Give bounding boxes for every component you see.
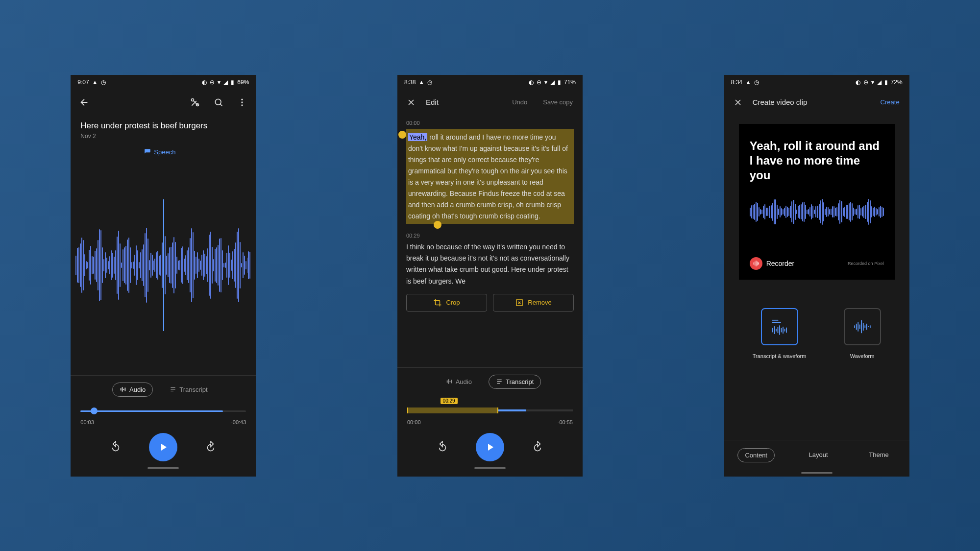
svg-rect-29: [774, 326, 775, 334]
play-button[interactable]: [149, 433, 177, 461]
tab-audio[interactable]: Audio: [439, 375, 479, 388]
option-transcript-waveform[interactable]: Transcript & waveform: [753, 308, 807, 420]
playhead[interactable]: [163, 199, 164, 331]
tab-transcript[interactable]: Transcript: [489, 375, 541, 389]
timestamp-1: 00:00: [406, 120, 574, 126]
timer-icon: ◷: [427, 79, 432, 86]
time-current: 00:03: [80, 419, 94, 425]
screen-title: Create video clip: [753, 98, 808, 106]
tab-theme[interactable]: Theme: [862, 448, 895, 462]
playback-panel: Audio Transcript 00:29 00:00 -00:55: [397, 367, 583, 477]
svg-rect-8: [123, 389, 124, 390]
tab-audio[interactable]: Audio: [112, 383, 153, 397]
nav-pill[interactable]: [474, 467, 506, 469]
forward-button[interactable]: [202, 438, 220, 456]
svg-rect-42: [862, 323, 863, 331]
svg-point-3: [242, 98, 243, 100]
status-bar: 8:34 ▲ ◷ ◐ ⊖ ▾ ◢ ▮ 72%: [724, 75, 909, 90]
svg-rect-43: [864, 325, 865, 328]
battery-pct: 71%: [564, 79, 576, 86]
svg-rect-15: [448, 379, 449, 383]
app-bar: Edit Undo Save copy: [397, 90, 583, 115]
svg-point-4: [242, 101, 243, 103]
dnd-icon: ◐: [856, 79, 860, 86]
svg-rect-6: [121, 388, 122, 391]
recording-header: Here under protest is beef burgers Nov 2: [71, 115, 256, 144]
search-button[interactable]: [210, 94, 227, 111]
back-button[interactable]: [75, 94, 93, 111]
close-button[interactable]: [729, 94, 747, 111]
nav-pill[interactable]: [147, 467, 179, 469]
dnd2-icon: ⊖: [210, 79, 215, 86]
svg-rect-41: [861, 320, 862, 333]
svg-rect-17: [451, 380, 452, 383]
dnd-icon: ◐: [202, 79, 207, 86]
timeline[interactable]: 00:29: [407, 399, 573, 416]
warning-icon: ▲: [92, 79, 98, 86]
footnote: Recorded on Pixel: [848, 261, 884, 266]
svg-rect-25: [758, 262, 759, 264]
option-waveform[interactable]: Waveform: [844, 308, 881, 420]
recorder-badge: Recorder: [750, 257, 795, 270]
waveform-area[interactable]: [71, 156, 256, 375]
dnd2-icon: ⊖: [537, 79, 541, 86]
time-remaining: -00:43: [231, 419, 246, 425]
status-bar: 8:38 ▲ ◷ ◐ ⊖ ▾ ◢ ▮ 71%: [397, 75, 583, 90]
tab-content[interactable]: Content: [737, 448, 775, 462]
signal-icon: ◢: [877, 79, 882, 86]
remove-button[interactable]: Remove: [493, 294, 574, 311]
time-current: 00:00: [407, 419, 421, 425]
clip-preview: Yeah, roll it around and I have no more …: [739, 124, 895, 280]
svg-rect-36: [786, 327, 787, 333]
warning-icon: ▲: [418, 79, 424, 86]
rewind-button[interactable]: [434, 438, 451, 456]
clip-waveform: [750, 197, 884, 227]
selection-range[interactable]: [407, 407, 498, 413]
close-button[interactable]: [402, 94, 420, 111]
playback-panel: Audio Transcript 00:03 -00:43: [71, 375, 256, 477]
selection-handle-start[interactable]: [398, 131, 406, 139]
selection-handle-end[interactable]: [434, 221, 441, 229]
wifi-icon: ▾: [544, 79, 547, 86]
create-button[interactable]: Create: [876, 96, 905, 109]
progress-bar[interactable]: [80, 407, 246, 416]
play-button[interactable]: [476, 433, 504, 461]
save-copy-button[interactable]: Save copy: [538, 96, 578, 109]
crop-button[interactable]: Crop: [406, 294, 487, 311]
screen-title: Edit: [426, 98, 439, 106]
paragraph-2[interactable]: I think no because of the way it's writt…: [406, 241, 574, 287]
svg-point-2: [216, 99, 221, 105]
battery-pct: 69%: [237, 79, 249, 86]
app-bar: [71, 90, 256, 115]
battery-icon: ▮: [558, 79, 561, 86]
phone-playback: 9:07 ▲ ◷ ◐ ⊖ ▾ ◢ ▮ 69% Here under protes…: [71, 75, 256, 477]
forward-button[interactable]: [529, 438, 546, 456]
nav-pill[interactable]: [801, 472, 833, 474]
svg-point-0: [192, 98, 194, 101]
crop-button[interactable]: [186, 94, 204, 111]
timer-icon: ◷: [101, 79, 106, 86]
transcript-body[interactable]: 00:00 Yeah, roll it around and I have no…: [397, 115, 583, 367]
svg-rect-24: [757, 261, 757, 265]
rewind-button[interactable]: [107, 438, 124, 456]
battery-icon: ▮: [231, 79, 234, 86]
speech-tag: Speech: [71, 144, 256, 156]
selection-time-badge: 00:29: [441, 398, 458, 404]
menu-button[interactable]: [233, 94, 251, 111]
svg-rect-39: [858, 322, 858, 331]
time-remaining: -00:55: [558, 419, 573, 425]
phone-videoclip: 8:34 ▲ ◷ ◐ ⊖ ▾ ◢ ▮ 72% Create video clip…: [724, 75, 909, 477]
dnd2-icon: ⊖: [863, 79, 868, 86]
tab-transcript[interactable]: Transcript: [163, 383, 214, 396]
svg-rect-30: [776, 329, 777, 331]
timestamp-2: 00:29: [406, 233, 574, 239]
svg-rect-40: [859, 324, 860, 329]
bottom-tabs: Content Layout Theme: [724, 440, 909, 466]
tab-layout[interactable]: Layout: [802, 448, 835, 462]
svg-rect-37: [854, 325, 855, 328]
undo-button[interactable]: Undo: [507, 96, 532, 109]
svg-rect-45: [868, 326, 869, 327]
selected-text[interactable]: Yeah, roll it around and I have no more …: [406, 129, 574, 224]
svg-rect-21: [753, 262, 754, 264]
battery-icon: ▮: [884, 79, 888, 86]
